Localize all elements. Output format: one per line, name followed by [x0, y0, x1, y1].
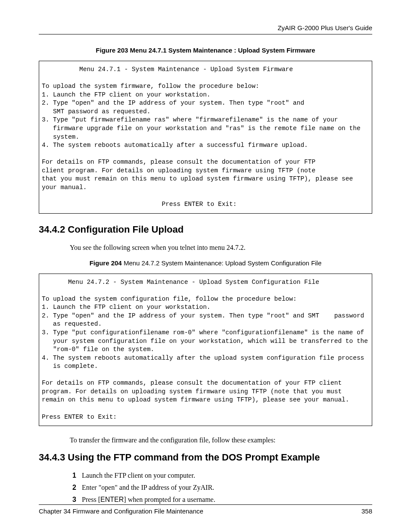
figure-204-caption: Figure 204 Menu 24.7.2 System Maintenanc… [39, 259, 372, 267]
figure-204-caption-normal: Menu 24.7.2 System Maintenance: Upload S… [124, 259, 321, 267]
transfer-para: To transfer the firmware and the configu… [39, 436, 372, 444]
footer-page-number: 358 [361, 507, 372, 515]
page-footer: Chapter 34 Firmware and Configuration Fi… [39, 504, 372, 515]
figure-203-code: Menu 24.7.1 - System Maintenance - Uploa… [39, 61, 372, 214]
header-guide-title: ZyAIR G-2000 Plus User's Guide [39, 24, 372, 31]
step-3-text-before: Press [ [82, 496, 100, 503]
section-3442-para: You see the following screen when you te… [39, 244, 372, 252]
header-rule [39, 34, 372, 34]
figure-204-code: Menu 24.7.2 - System Maintenance - Uploa… [39, 274, 372, 426]
step-2-num: 2 [72, 484, 76, 492]
section-3443-steps: 1 Launch the FTP client on your computer… [39, 472, 372, 504]
step-1: 1 Launch the FTP client on your computer… [82, 472, 372, 479]
step-3-num: 3 [72, 496, 76, 504]
figure-203-caption: Figure 203 Menu 24.7.1 System Maintenanc… [39, 47, 372, 54]
step-1-text: Launch the FTP client on your computer. [82, 472, 195, 479]
figure-204-caption-bold: Figure 204 [90, 259, 124, 267]
section-3443-heading: 34.4.3 Using the FTP command from the DO… [39, 452, 372, 463]
step-3: 3 Press [ENTER] when prompted for a user… [82, 496, 372, 504]
section-3442-heading: 34.4.2 Configuration File Upload [39, 224, 372, 235]
footer-rule [39, 504, 372, 505]
step-1-num: 1 [72, 472, 76, 479]
step-2: 2 Enter "open" and the IP address of you… [82, 484, 372, 492]
step-3-enter: ENTER [100, 496, 124, 503]
footer-chapter: Chapter 34 Firmware and Configuration Fi… [39, 507, 203, 515]
step-3-text-after: ] when prompted for a username. [124, 496, 215, 503]
step-2-text: Enter "open" and the IP address of your … [82, 484, 214, 491]
